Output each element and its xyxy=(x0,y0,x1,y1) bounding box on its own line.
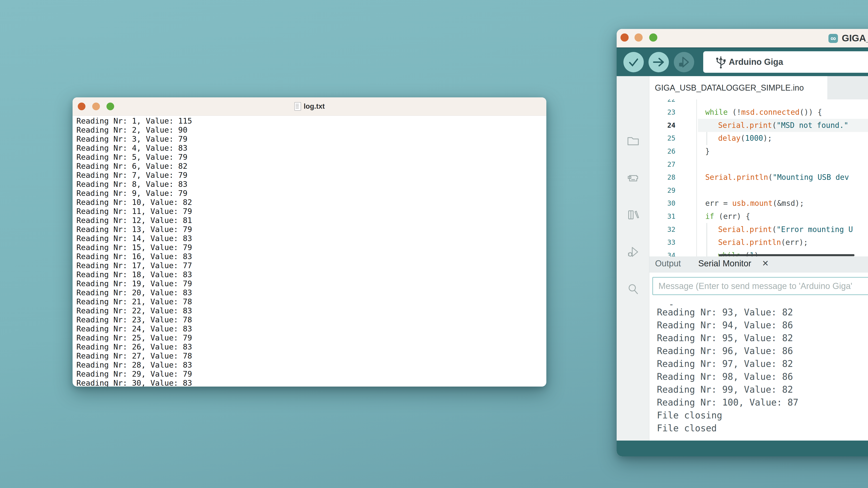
code-line[interactable]: 32Serial.print("Error mounting U xyxy=(649,223,868,236)
board-selector-label: Arduino Giga xyxy=(729,51,783,73)
log-window: log.txt Reading Nr: 1, Value: 115Reading… xyxy=(72,97,546,387)
debug-icon xyxy=(678,56,690,68)
serial-line: Reading Nr: 96, Value: 86 xyxy=(657,345,868,357)
serial-line: Reading Nr: 93, Value: 82 xyxy=(657,306,868,319)
code-line[interactable]: 25delay(1000); xyxy=(649,132,868,145)
serial-message-input[interactable] xyxy=(652,277,868,295)
search-icon[interactable] xyxy=(627,283,640,295)
code-line[interactable]: 31if (err) { xyxy=(649,210,868,223)
log-line: Reading Nr: 17, Value: 77 xyxy=(76,261,546,270)
library-manager-icon[interactable] xyxy=(627,208,640,221)
debug-button[interactable] xyxy=(674,52,694,72)
serial-line: File closed xyxy=(657,422,868,435)
serial-line: Reading Nr: 95, Value: 82 xyxy=(657,332,868,345)
board-selector[interactable]: Arduino Giga xyxy=(703,51,868,73)
upload-button[interactable] xyxy=(649,52,669,72)
code-text: delay(1000); xyxy=(718,132,772,145)
tab-serial-monitor[interactable]: Serial Monitor xyxy=(698,256,751,272)
document-icon xyxy=(294,102,301,111)
serial-line: Reading Nr: 100, Value: 87 xyxy=(657,396,868,409)
ide-statusbar xyxy=(617,441,868,456)
debug-panel-icon[interactable] xyxy=(627,246,640,258)
code-text: err = usb.mount(&msd); xyxy=(705,197,804,210)
zoom-button[interactable] xyxy=(106,103,114,110)
log-line: Reading Nr: 6, Value: 82 xyxy=(76,162,546,170)
log-line: Reading Nr: 2, Value: 90 xyxy=(76,125,546,134)
ide-activity-sidebar xyxy=(617,76,649,441)
code-line[interactable]: 26} xyxy=(649,145,868,158)
code-line[interactable]: 22 xyxy=(649,99,868,106)
zoom-button[interactable] xyxy=(649,33,657,41)
code-line[interactable]: 29 xyxy=(649,184,868,197)
usb-icon xyxy=(715,55,727,69)
log-window-title: log.txt xyxy=(304,102,325,110)
line-number: 26 xyxy=(649,145,675,158)
code-text: if (err) { xyxy=(705,210,750,223)
log-line: Reading Nr: 28, Value: 83 xyxy=(76,360,546,369)
code-line[interactable]: 30err = usb.mount(&msd); xyxy=(649,197,868,210)
code-line[interactable]: 27 xyxy=(649,158,868,171)
line-number: 34 xyxy=(649,249,675,256)
log-line: Reading Nr: 11, Value: 79 xyxy=(76,207,546,216)
close-button[interactable] xyxy=(78,103,86,110)
code-line[interactable]: 33Serial.println(err); xyxy=(649,236,868,249)
arduino-ide-window: ∞ GIGA_ xyxy=(617,29,868,456)
log-line: Reading Nr: 9, Value: 79 xyxy=(76,189,546,198)
log-line: Reading Nr: 15, Value: 79 xyxy=(76,243,546,252)
line-number: 23 xyxy=(649,106,675,119)
log-line: Reading Nr: 4, Value: 83 xyxy=(76,143,546,153)
sketchbook-folder-icon[interactable] xyxy=(627,134,640,147)
code-text: Serial.print("Error mounting U xyxy=(718,223,853,236)
serial-monitor-output[interactable]: Reading Nr: 93, Value: 82Reading Nr: 94,… xyxy=(657,306,868,441)
verify-button[interactable] xyxy=(623,52,644,72)
code-text: while (!msd.connected()) { xyxy=(705,106,822,119)
checkmark-icon xyxy=(628,57,639,68)
log-line: Reading Nr: 25, Value: 79 xyxy=(76,333,546,342)
log-line: Reading Nr: 22, Value: 83 xyxy=(76,306,546,315)
ide-window-title: GIGA_ xyxy=(842,33,868,43)
horizontal-scrollbar[interactable] xyxy=(719,254,855,256)
serial-line: File closing xyxy=(657,409,868,422)
arduino-logo-icon: ∞ xyxy=(829,34,838,43)
minimize-button[interactable] xyxy=(634,33,643,41)
line-number: 27 xyxy=(649,158,675,171)
log-line: Reading Nr: 20, Value: 83 xyxy=(76,288,546,297)
log-line: Reading Nr: 16, Value: 83 xyxy=(76,252,546,261)
log-line: Reading Nr: 7, Value: 79 xyxy=(76,170,546,180)
code-text: } xyxy=(705,145,710,158)
log-line: Reading Nr: 14, Value: 83 xyxy=(76,234,546,243)
tab-output[interactable]: Output xyxy=(655,256,681,272)
ide-toolbar: Arduino Giga xyxy=(617,47,868,76)
log-line: Reading Nr: 26, Value: 83 xyxy=(76,342,546,351)
close-serial-monitor-icon[interactable]: ✕ xyxy=(762,256,769,272)
log-window-titlebar[interactable]: log.txt xyxy=(72,97,546,116)
log-line: Reading Nr: 29, Value: 79 xyxy=(76,369,546,379)
minimize-button[interactable] xyxy=(92,103,100,110)
log-line: Reading Nr: 19, Value: 79 xyxy=(76,279,546,288)
log-line: Reading Nr: 18, Value: 83 xyxy=(76,270,546,279)
code-line[interactable]: 24Serial.print("MSD not found." xyxy=(649,119,868,132)
line-number: 33 xyxy=(649,236,675,249)
editor-tab-active[interactable]: GIGA_USB_DATALOGGER_SIMPLE.ino xyxy=(649,76,827,99)
log-line: Reading Nr: 21, Value: 78 xyxy=(76,297,546,306)
ide-titlebar[interactable]: ∞ GIGA_ xyxy=(617,29,868,47)
code-editor[interactable]: 2223while (!msd.connected()) {24Serial.p… xyxy=(649,99,868,256)
line-number: 24 xyxy=(649,119,675,132)
code-text: Serial.print("MSD not found." xyxy=(718,119,848,132)
log-line: Reading Nr: 13, Value: 79 xyxy=(76,225,546,234)
log-line: Reading Nr: 8, Value: 83 xyxy=(76,180,546,189)
code-text: Serial.println("Mounting USB dev xyxy=(705,171,849,184)
log-line: Reading Nr: 3, Value: 79 xyxy=(76,134,546,143)
boards-manager-icon[interactable] xyxy=(627,172,640,185)
log-file-content[interactable]: Reading Nr: 1, Value: 115Reading Nr: 2, … xyxy=(72,116,546,387)
line-number: 31 xyxy=(649,210,675,223)
close-button[interactable] xyxy=(620,33,629,41)
log-line: Reading Nr: 10, Value: 82 xyxy=(76,198,546,207)
serial-line: Reading Nr: 98, Value: 86 xyxy=(657,370,868,383)
log-line: Reading Nr: 23, Value: 78 xyxy=(76,315,546,324)
desktop: log.txt Reading Nr: 1, Value: 115Reading… xyxy=(0,0,868,488)
serial-line: Reading Nr: 99, Value: 82 xyxy=(657,383,868,396)
code-line[interactable]: 23while (!msd.connected()) { xyxy=(649,106,868,119)
code-line[interactable]: 28Serial.println("Mounting USB dev xyxy=(649,171,868,184)
line-number: 25 xyxy=(649,132,675,145)
